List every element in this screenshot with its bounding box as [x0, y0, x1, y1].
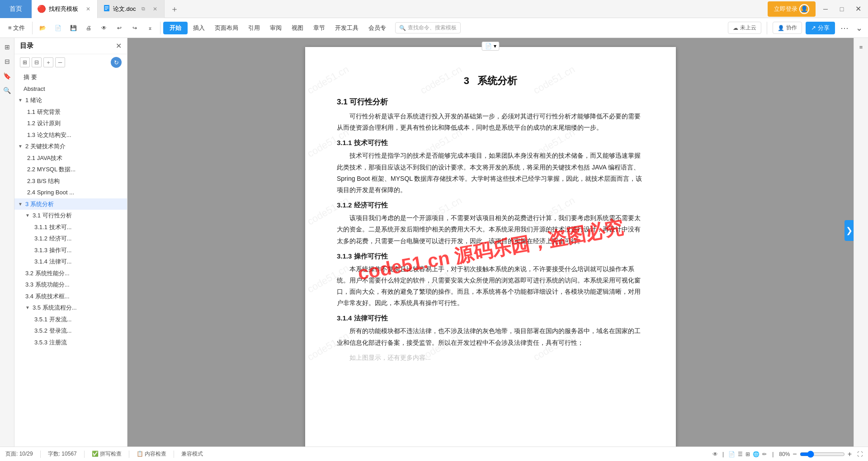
file-menu[interactable]: ≡ 文件	[4, 22, 29, 34]
outline-collapse-all[interactable]: ⊟	[32, 57, 42, 67]
status-spellcheck-label: ✅ 拼写检查	[92, 450, 122, 458]
status-sep-1	[40, 451, 41, 458]
sidebar-item-ch3-5-1[interactable]: 3.5.1 开发流...	[14, 314, 127, 325]
right-panel-menu[interactable]: ≡	[856, 42, 867, 52]
sidebar-item-ch3-5-label: 3.5 系统流程分...	[33, 303, 122, 312]
doc-tab-close[interactable]: ✕	[151, 5, 159, 13]
outline-controls: ⊞ ⊟ ＋ ─ ↻	[14, 54, 127, 70]
status-sep-3	[129, 451, 129, 458]
toolbar-redo[interactable]: ↪	[127, 24, 142, 32]
outline-remove[interactable]: ─	[55, 57, 65, 67]
sidebar-item-ch1[interactable]: ▼ 1 绪论	[14, 94, 127, 106]
status-spellcheck[interactable]: ✅ 拼写检查	[92, 450, 122, 458]
tab-template[interactable]: 🔴 找程亮模板 ✕	[32, 0, 98, 18]
zoom-slider[interactable]	[800, 451, 845, 458]
doc-tab-restore[interactable]: ⧉	[142, 6, 145, 12]
sidebar-item-ch3-1-label: 3.1 可行性分析	[33, 211, 122, 220]
toolbar-new[interactable]: 📄	[51, 24, 65, 32]
blue-side-tab[interactable]: ❯	[844, 220, 854, 241]
devtools-menu[interactable]: 开发工具	[330, 22, 363, 34]
reference-menu[interactable]: 引用	[244, 22, 264, 34]
kaishi-button[interactable]: 开始	[163, 22, 188, 34]
review-menu[interactable]: 审阅	[265, 22, 286, 34]
sidebar-item-ch3[interactable]: ▼ 3 系统分析	[14, 198, 127, 210]
sidebar-item-ch2-3-label: 2.3 B/S 结构	[27, 177, 122, 186]
sidebar-item-ch3-5-3[interactable]: 3.5.3 注册流	[14, 337, 127, 348]
sidebar-item-ch2-label: 2 关键技术简介	[25, 142, 122, 151]
close-button[interactable]: ✕	[852, 3, 864, 15]
sidebar-item-ch3-1-4-label: 3.1.4 法律可...	[34, 257, 122, 266]
zoom-in-button[interactable]: +	[848, 450, 852, 458]
sidebar-item-abstract-en[interactable]: Abstract	[14, 83, 127, 95]
outline-tree: 摘 要 Abstract ▼ 1 绪论 1.1 研究背景 1.2 设计原则 1.…	[14, 70, 127, 447]
cloud-button[interactable]: ☁ 未上云	[728, 22, 761, 34]
add-tab-button[interactable]: ＋	[167, 2, 182, 16]
nav-icon-layout[interactable]: ⊟	[2, 56, 13, 67]
sidebar-item-ch3-1-3[interactable]: 3.1.3 操作可...	[14, 245, 127, 256]
sidebar-item-ch2-4[interactable]: 2.4 Spring Boot ...	[14, 187, 127, 198]
expand-button[interactable]: ⌄	[854, 23, 864, 33]
sidebar-item-ch3-1-1[interactable]: 3.1.1 技术可...	[14, 221, 127, 233]
nav-icon-search[interactable]: 🔍	[2, 85, 13, 96]
toolbar-preview[interactable]: 👁	[97, 24, 111, 32]
outline-expand-all[interactable]: ⊞	[20, 57, 30, 67]
sidebar-item-ch2-2[interactable]: 2.2 MYSQL 数据...	[14, 164, 127, 175]
outline-refresh-button[interactable]: ↻	[111, 57, 122, 68]
outline-add[interactable]: ＋	[43, 57, 53, 67]
status-bar: 页面: 10/29 字数: 10567 ✅ 拼写检查 📋 内容检查 兼容模式 👁…	[0, 447, 868, 461]
status-contentcheck[interactable]: 📋 内容检查	[137, 450, 166, 458]
main-layout: ⊞ ⊟ 🔖 🔍 目录 ✕ ⊞ ⊟ ＋ ─ ↻ 摘 要 Abstract	[0, 38, 868, 447]
sidebar-item-ch3-2[interactable]: 3.2 系统性能分...	[14, 268, 127, 279]
sidebar-item-ch3-5-2[interactable]: 3.5.2 登录流...	[14, 325, 127, 337]
toolbar-undo[interactable]: ↩	[112, 24, 127, 32]
chapter-menu[interactable]: 章节	[309, 22, 330, 34]
tab-doc[interactable]: 论文.doc ⧉ ✕	[98, 0, 165, 18]
sidebar-item-ch3-5[interactable]: ▼ 3.5 系统流程分...	[14, 302, 127, 314]
sidebar-item-ch1-2[interactable]: 1.2 设计原则	[14, 118, 127, 129]
sidebar-item-ch2-3[interactable]: 2.3 B/S 结构	[14, 175, 127, 187]
toolbar-print[interactable]: 🖨	[81, 24, 96, 32]
insert-menu[interactable]: 插入	[189, 22, 209, 34]
sidebar-item-ch3-3[interactable]: 3.3 系统功能分...	[14, 279, 127, 291]
minimize-button[interactable]: ─	[819, 3, 832, 15]
nav-icon-home[interactable]: ⊞	[2, 42, 13, 52]
share-button[interactable]: ↗ 分享	[806, 22, 835, 34]
status-sep-2	[84, 451, 85, 458]
maximize-button[interactable]: □	[835, 3, 848, 15]
sidebar-close-button[interactable]: ✕	[116, 42, 122, 50]
svg-rect-2	[105, 8, 108, 9]
sidebar-item-ch2[interactable]: ▼ 2 关键技术简介	[14, 141, 127, 152]
more-button[interactable]: ⋯	[839, 23, 850, 33]
member-menu[interactable]: 会员专	[364, 22, 391, 34]
collab-button[interactable]: 👤 协作	[773, 22, 802, 34]
sidebar-item-ch1-3[interactable]: 1.3 论文结构安...	[14, 129, 127, 141]
sidebar-item-ch3-4[interactable]: 3.4 系统技术框...	[14, 291, 127, 302]
sidebar-item-ch3-1[interactable]: ▼ 3.1 可行性分析	[14, 210, 127, 221]
sidebar-item-ch2-1-label: 2.1 JAVA技术	[27, 154, 122, 163]
toolbar-format[interactable]: ⌅	[143, 24, 157, 32]
zoom-out-button[interactable]: −	[793, 450, 797, 458]
title-bar: 首页 🔴 找程亮模板 ✕ 论文.doc ⧉ ✕ ＋ 立即登录 👤 ─ □ ✕	[0, 0, 868, 18]
page-layout-menu[interactable]: 页面布局	[210, 22, 243, 34]
view-menu[interactable]: 视图	[287, 22, 308, 34]
doc-page: code51.cn code51.cn code51.cn code51.cn …	[305, 47, 676, 447]
sidebar-item-ch3-1-2[interactable]: 3.1.2 经济可...	[14, 233, 127, 245]
section-3-1-2-label: 3.1.2 经济可行性	[337, 201, 388, 209]
sidebar-item-ch2-1[interactable]: 2.1 JAVA技术	[14, 152, 127, 164]
nav-icon-bookmark[interactable]: 🔖	[2, 71, 13, 81]
sidebar-item-ch3-5-1-label: 3.5.1 开发流...	[34, 315, 122, 324]
sidebar-item-ch1-1-label: 1.1 研究背景	[27, 108, 122, 117]
sidebar-item-ch3-1-4[interactable]: 3.1.4 法律可...	[14, 256, 127, 268]
sidebar-item-abstract-en-label: Abstract	[24, 85, 122, 94]
sidebar-item-abstract-cn[interactable]: 摘 要	[14, 71, 127, 83]
template-tab-close[interactable]: ✕	[85, 5, 92, 13]
sidebar-item-ch3-1-3-label: 3.1.3 操作可...	[34, 246, 122, 255]
tab-home[interactable]: 首页	[0, 0, 32, 18]
sidebar-item-ch1-1[interactable]: 1.1 研究背景	[14, 106, 127, 118]
sidebar-item-abstract-cn-label: 摘 要	[24, 73, 122, 82]
login-button[interactable]: 立即登录 👤	[768, 1, 816, 17]
toolbar-save[interactable]: 💾	[66, 24, 80, 32]
sidebar-item-ch3-3-label: 3.3 系统功能分...	[25, 280, 122, 289]
toolbar-search[interactable]: 🔍 查找命令、搜索模板	[395, 22, 461, 33]
toolbar-open[interactable]: 📂	[35, 24, 50, 32]
